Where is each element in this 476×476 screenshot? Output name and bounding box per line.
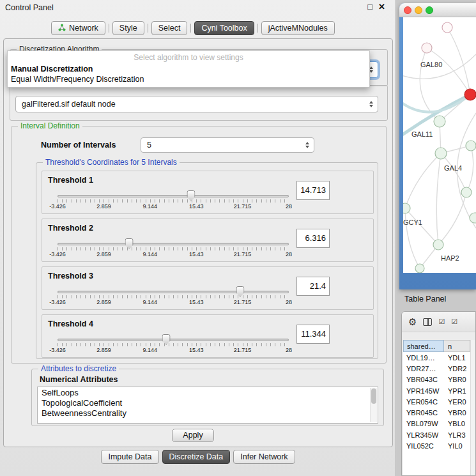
network-node[interactable]	[461, 187, 472, 197]
tab-label: Style	[119, 24, 137, 33]
slider-tick-labels: -3.426 2.859 9.144 15.43 21.715 28	[58, 347, 289, 354]
tab-select[interactable]: Select	[151, 21, 188, 35]
network-node[interactable]	[415, 264, 424, 273]
list-item[interactable]: BetweennessCentrality	[38, 408, 378, 418]
algorithm-dropdown-popup: Select algorithm to view settings Manual…	[7, 50, 370, 88]
tick-label: 15.43	[189, 347, 204, 353]
tab-jactivemnodules[interactable]: jActiveMNodules	[261, 21, 335, 35]
tab-cyni-toolbox[interactable]: Cyni Toolbox	[194, 21, 254, 35]
number-of-intervals-combobox[interactable]: 5	[141, 137, 314, 153]
attributes-to-discretize-group: Attributes to discretize Numerical Attri…	[31, 369, 384, 426]
threshold-4-value-field[interactable]: 11.344	[296, 325, 330, 344]
node-label: GAL11	[411, 130, 433, 138]
threshold-3-value-field[interactable]: 21.4	[296, 277, 330, 296]
table-data-combobox[interactable]: galFiltered.sif default node	[15, 96, 378, 112]
dropdown-option-manual-discretization[interactable]: Manual Discretization	[8, 63, 369, 74]
table-row[interactable]: YDL19… YDL1	[403, 352, 470, 363]
network-window-titlebar[interactable]	[399, 3, 476, 17]
table-panel-toolbar: ⚙ ☑ ☑	[402, 312, 475, 332]
cell: YPR145W	[403, 387, 444, 395]
slider-track[interactable]	[58, 291, 289, 293]
cell: YBR0	[444, 409, 470, 417]
network-node[interactable]	[466, 141, 476, 151]
dropdown-option-equal-width-frequency[interactable]: Equal Width/Frequency Discretization	[8, 74, 369, 84]
table-row[interactable]: YBR045C YBR0	[403, 407, 470, 418]
cell: YDR2	[444, 365, 470, 372]
panel-title: Control Panel	[5, 3, 54, 12]
tab-infer-network[interactable]: Infer Network	[233, 450, 295, 464]
numerical-attributes-list[interactable]: SelfLoops TopologicalCoefficient Between…	[37, 387, 378, 424]
float-icon[interactable]: □	[367, 2, 372, 12]
table-row[interactable]: YBR043C YBR0	[403, 374, 470, 385]
gear-icon[interactable]: ⚙	[408, 316, 417, 328]
tick-label: 15.43	[189, 203, 204, 210]
threshold-2-slider[interactable]: -3.426 2.859 9.144 15.43 21.715 28	[58, 238, 289, 259]
threshold-3-slider[interactable]: -3.426 2.859 9.144 15.43 21.715 28	[58, 286, 289, 307]
tab-label: Infer Network	[240, 452, 288, 461]
table-scrollbar[interactable]	[470, 340, 475, 475]
threshold-1-value-field[interactable]: 14.713	[296, 181, 330, 200]
threshold-1-slider[interactable]: -3.426 2.859 9.144 15.43 21.715 28	[58, 190, 289, 211]
list-item[interactable]: SelfLoops	[38, 387, 378, 397]
combobox-value: galFiltered.sif default node	[22, 100, 116, 109]
minimize-traffic-light-icon[interactable]	[415, 6, 422, 14]
network-node[interactable]	[442, 22, 452, 33]
tick-label: 2.859	[96, 347, 111, 353]
slider-track[interactable]	[58, 195, 289, 197]
table-header-row: shared… n	[403, 340, 470, 352]
apply-button[interactable]: Apply	[172, 429, 214, 442]
tab-separator	[109, 24, 109, 33]
close-icon[interactable]: ✕	[378, 2, 385, 12]
network-node[interactable]	[435, 148, 447, 159]
select-none-checkbox-icon[interactable]: ☑	[451, 318, 457, 326]
tab-network[interactable]: Network	[51, 21, 105, 35]
tab-label: Select	[158, 24, 181, 33]
cell: YDL19…	[403, 354, 444, 362]
close-traffic-light-icon[interactable]	[404, 6, 411, 14]
network-node[interactable]	[434, 116, 445, 127]
list-scrollbar[interactable]	[370, 388, 377, 422]
list-item[interactable]: TopologicalCoefficient	[38, 397, 378, 408]
scrollbar-thumb[interactable]	[371, 388, 376, 404]
slider-track[interactable]	[58, 339, 289, 341]
network-icon	[58, 24, 66, 33]
table-row[interactable]: YPR145W YPR1	[403, 385, 470, 396]
cell: YIL0	[444, 442, 470, 450]
slider-ticks	[58, 199, 289, 203]
tab-style[interactable]: Style	[112, 21, 144, 35]
network-node-selected[interactable]	[464, 89, 476, 100]
columns-icon[interactable]	[423, 318, 432, 326]
tick-label: 21.715	[234, 203, 252, 210]
threshold-2-value-field[interactable]: 6.316	[296, 229, 330, 248]
threshold-4-slider[interactable]: -3.426 2.859 9.144 15.43 21.715 28	[58, 334, 289, 355]
table-row[interactable]: YLR345W YLR3	[403, 429, 470, 440]
tick-label: 2.859	[96, 299, 111, 305]
network-node[interactable]	[470, 213, 476, 223]
table-row[interactable]: YER054C YER0	[403, 396, 470, 407]
cell: YLR3	[444, 431, 470, 439]
column-header-shared-name[interactable]: shared…	[403, 340, 444, 352]
spinner-icon	[305, 142, 309, 148]
zoom-traffic-light-icon[interactable]	[426, 6, 433, 14]
tab-discretize-data[interactable]: Discretize Data	[162, 450, 231, 464]
table-row[interactable]: YDR27… YDR2	[403, 363, 470, 374]
table-row[interactable]: YIL052C YIL0	[403, 440, 470, 451]
network-canvas[interactable]: GAL80 GAL11 GAL4 GCY1 HAP2	[403, 17, 476, 273]
network-node[interactable]	[403, 203, 410, 213]
combobox-value: 5	[147, 141, 151, 150]
select-all-checkbox-icon[interactable]: ☑	[438, 318, 445, 326]
group-title: Threshold's Coordinates for 5 Intervals	[43, 158, 180, 167]
column-header-name[interactable]: n	[444, 340, 470, 352]
tick-label: 28	[286, 347, 292, 353]
tick-label: 9.144	[143, 347, 158, 353]
table-row[interactable]: YBL079W YBL0	[403, 418, 470, 429]
bottom-tab-bar: Impute Data Discretize Data Infer Networ…	[0, 450, 396, 464]
network-node[interactable]	[433, 240, 443, 250]
tab-impute-data[interactable]: Impute Data	[101, 450, 158, 464]
tick-label: -3.426	[49, 251, 66, 257]
thresholds-coordinates-group: Threshold's Coordinates for 5 Intervals …	[36, 162, 378, 359]
network-node[interactable]	[422, 43, 432, 53]
slider-track[interactable]	[58, 243, 289, 245]
window-controls: □ ✕	[367, 2, 385, 12]
tick-label: -3.426	[49, 203, 66, 210]
